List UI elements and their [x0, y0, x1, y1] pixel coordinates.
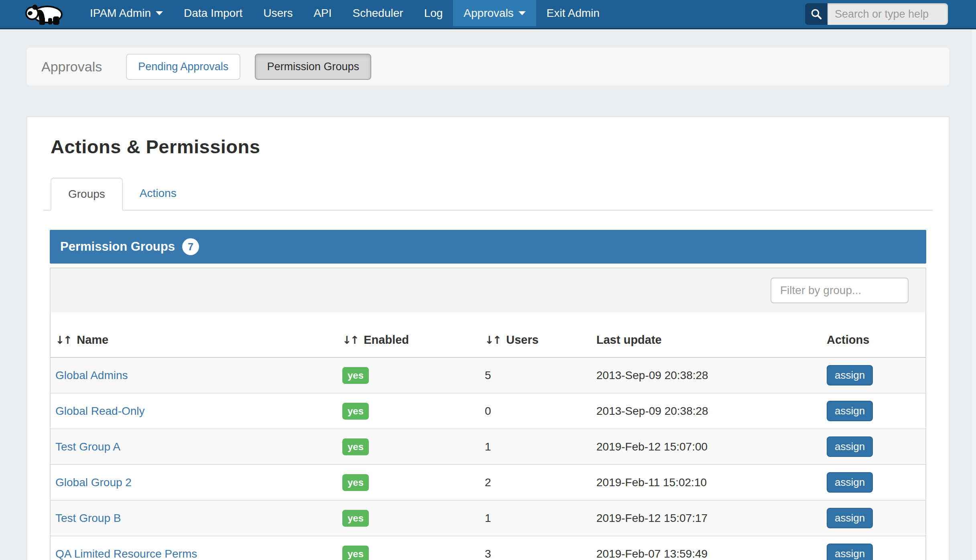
- sort-icon[interactable]: ↓↑: [485, 334, 500, 346]
- assign-button[interactable]: assign: [827, 472, 873, 493]
- tab-bar: Groups Actions: [43, 178, 933, 211]
- table-row: Test Group A yes 1 2019-Feb-12 15:07:00 …: [51, 429, 925, 465]
- last-update: 2019-Feb-11 15:02:10: [592, 465, 822, 500]
- navbar-search: [805, 3, 948, 25]
- column-header-label: Users: [506, 333, 539, 346]
- table-row: Global Admins yes 5 2013-Sep-09 20:38:28…: [51, 357, 925, 393]
- magnifier-icon: [810, 8, 822, 20]
- column-header-enabled[interactable]: ↓↑Enabled: [338, 312, 480, 357]
- column-header-label: Name: [77, 333, 108, 346]
- column-header-name[interactable]: ↓↑Name: [51, 312, 338, 357]
- search-icon[interactable]: [805, 3, 828, 25]
- nav-item-ipam-admin[interactable]: IPAM Admin: [79, 0, 173, 26]
- permission-groups-header-title: Permission Groups: [60, 239, 175, 254]
- last-update: 2013-Sep-09 20:38:28: [592, 393, 822, 429]
- pending-approvals-button[interactable]: Pending Approvals: [126, 54, 240, 80]
- nav-item-label: Users: [263, 7, 293, 20]
- group-name-link[interactable]: Global Admins: [55, 369, 128, 381]
- assign-button[interactable]: assign: [827, 508, 873, 528]
- page-title: Approvals: [41, 59, 102, 75]
- navbar-menu: IPAM Admin Data Import Users API Schedul…: [79, 0, 610, 28]
- table-row: Test Group B yes 1 2019-Feb-12 15:07:17 …: [51, 500, 925, 536]
- nav-item-approvals[interactable]: Approvals: [453, 0, 536, 26]
- column-header-label: Last update: [596, 333, 662, 346]
- column-header-label: Enabled: [364, 333, 409, 346]
- column-header-actions[interactable]: Actions: [822, 312, 925, 357]
- top-navbar: IPAM Admin Data Import Users API Schedul…: [0, 0, 976, 29]
- nav-item-label: Exit Admin: [547, 7, 600, 20]
- tab-groups[interactable]: Groups: [51, 178, 123, 211]
- filter-group-input[interactable]: [771, 278, 909, 303]
- page-scrollbar[interactable]: [972, 30, 976, 560]
- nav-item-label: API: [313, 7, 331, 20]
- actions-permissions-panel: Actions & Permissions Groups Actions Per…: [26, 116, 950, 560]
- panda-logo-icon: [24, 3, 66, 25]
- assign-button[interactable]: assign: [827, 436, 873, 457]
- sort-icon[interactable]: ↓↑: [55, 334, 71, 346]
- nav-item-scheduler[interactable]: Scheduler: [342, 0, 414, 26]
- caret-down-icon: [518, 11, 526, 15]
- table-header: ↓↑Name ↓↑Enabled ↓↑Users Last update Act…: [51, 312, 925, 357]
- users-count: 1: [480, 500, 592, 536]
- table-row: Global Read-Only yes 0 2013-Sep-09 20:38…: [51, 393, 925, 429]
- tab-actions[interactable]: Actions: [123, 178, 193, 210]
- enabled-badge: yes: [342, 438, 369, 455]
- last-update: 2019-Feb-12 15:07:17: [592, 500, 822, 536]
- nav-item-label: IPAM Admin: [90, 7, 151, 20]
- nav-item-label: Data Import: [184, 7, 242, 20]
- panda-logo[interactable]: [24, 0, 66, 28]
- group-name-link[interactable]: QA Limited Resource Perms: [55, 548, 197, 560]
- users-count: 2: [480, 465, 592, 500]
- nav-item-log[interactable]: Log: [414, 0, 453, 26]
- last-update: 2019-Feb-07 13:59:49: [592, 536, 822, 560]
- last-update: 2013-Sep-09 20:38:28: [592, 357, 822, 393]
- group-name-link[interactable]: Test Group A: [55, 440, 120, 453]
- assign-button[interactable]: assign: [827, 365, 873, 386]
- permission-groups-button[interactable]: Permission Groups: [255, 54, 371, 80]
- assign-button[interactable]: assign: [827, 401, 873, 421]
- group-name-link[interactable]: Global Read-Only: [55, 405, 145, 417]
- last-update: 2019-Feb-12 15:07:00: [592, 429, 822, 465]
- users-count: 5: [480, 357, 592, 393]
- group-name-link[interactable]: Global Group 2: [55, 476, 132, 489]
- nav-item-label: Scheduler: [353, 7, 403, 20]
- column-header-last-update[interactable]: Last update: [592, 312, 822, 357]
- table-row: QA Limited Resource Perms yes 3 2019-Feb…: [51, 536, 925, 560]
- table-toolbar: [51, 268, 925, 312]
- permission-groups-table: ↓↑Name ↓↑Enabled ↓↑Users Last update Act…: [51, 312, 925, 560]
- table-row: Global Group 2 yes 2 2019-Feb-11 15:02:1…: [51, 465, 925, 500]
- caret-down-icon: [156, 11, 163, 15]
- sort-icon[interactable]: ↓↑: [342, 334, 358, 346]
- column-header-label: Actions: [827, 333, 869, 346]
- users-count: 1: [480, 429, 592, 465]
- enabled-badge: yes: [342, 474, 369, 491]
- assign-button[interactable]: assign: [827, 544, 873, 560]
- users-count: 3: [480, 536, 592, 560]
- enabled-badge: yes: [342, 403, 369, 420]
- groups-table-container: ↓↑Name ↓↑Enabled ↓↑Users Last update Act…: [50, 268, 926, 560]
- nav-item-exit-admin[interactable]: Exit Admin: [536, 0, 610, 26]
- enabled-badge: yes: [342, 510, 369, 527]
- enabled-badge: yes: [342, 367, 369, 384]
- group-count-badge: 7: [182, 238, 199, 255]
- enabled-badge: yes: [342, 546, 369, 560]
- nav-item-api[interactable]: API: [303, 0, 342, 26]
- nav-item-label: Log: [424, 7, 443, 20]
- section-title: Actions & Permissions: [51, 136, 933, 158]
- column-header-users[interactable]: ↓↑Users: [480, 312, 592, 357]
- group-name-link[interactable]: Test Group B: [55, 512, 121, 524]
- nav-item-users[interactable]: Users: [253, 0, 303, 26]
- nav-item-label: Approvals: [464, 7, 514, 20]
- users-count: 0: [480, 393, 592, 429]
- nav-item-data-import[interactable]: Data Import: [173, 0, 253, 26]
- search-input[interactable]: [828, 3, 948, 25]
- page-header-strip: Approvals Pending Approvals Permission G…: [26, 47, 950, 86]
- permission-groups-header: Permission Groups 7: [50, 230, 926, 264]
